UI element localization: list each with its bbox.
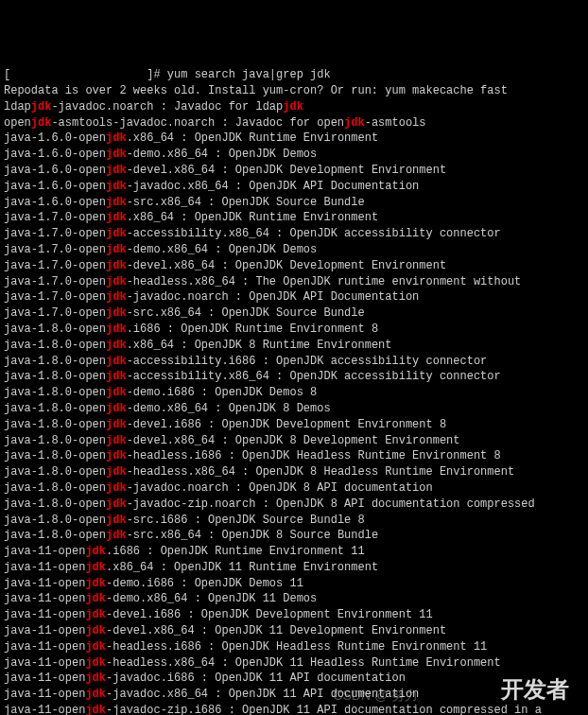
- command-text: yum search java|grep jdk: [167, 68, 331, 81]
- csdn-watermark: CSDN @ 努力: [333, 687, 418, 706]
- site-watermark: 开发者: [501, 673, 569, 706]
- repo-message: Repodata is over 2 weeks old. Install yu…: [4, 84, 508, 97]
- terminal-output: [ ]# yum search java|grep jdk Repodata i…: [4, 67, 584, 715]
- prompt: [ ]#: [4, 68, 167, 81]
- output-lines: ldapjdk-javadoc.noarch : Javadoc for lda…: [4, 99, 584, 715]
